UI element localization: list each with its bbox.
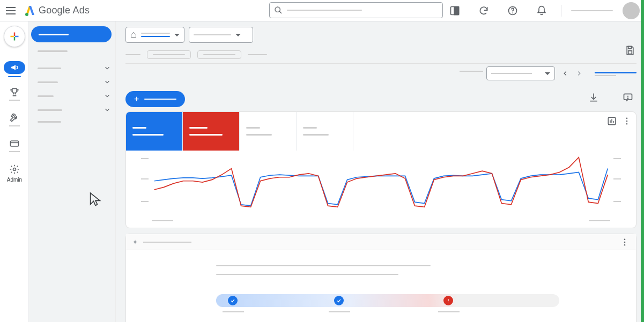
metric-tab-2[interactable] <box>240 112 297 151</box>
feedback-icon <box>623 92 633 103</box>
date-range-dropdown[interactable] <box>486 66 555 80</box>
account-scope-dropdown[interactable] <box>125 27 184 43</box>
avatar[interactable] <box>623 2 640 19</box>
svg-rect-10 <box>15 36 19 38</box>
date-next-button[interactable] <box>572 66 586 80</box>
search-icon <box>274 6 283 14</box>
campaign-panel-row-1[interactable] <box>38 63 111 73</box>
metric-tabs <box>126 112 636 151</box>
rail-billing[interactable] <box>0 138 29 152</box>
campaign-panel-row-3[interactable] <box>38 91 111 101</box>
timeline-label-1 <box>329 311 350 312</box>
scroll-indicator <box>641 0 644 322</box>
metrics-card <box>125 111 636 228</box>
refresh-icon <box>478 5 489 16</box>
account-switcher[interactable] <box>571 10 613 11</box>
breadcrumb-2[interactable] <box>197 50 241 59</box>
home-icon <box>130 31 137 39</box>
help-icon <box>507 5 518 16</box>
svg-point-25 <box>624 244 626 245</box>
sparkle-icon: ✦ <box>132 238 138 246</box>
appearance-button[interactable] <box>445 1 464 20</box>
svg-rect-14 <box>628 51 632 54</box>
main-menu-button[interactable] <box>0 0 21 21</box>
campaign-panel-section-0[interactable] <box>38 50 68 52</box>
svg-rect-11 <box>11 141 19 146</box>
filter-scope-dropdown[interactable] <box>189 27 253 43</box>
svg-point-1 <box>275 7 280 12</box>
svg-rect-9 <box>11 36 14 38</box>
campaign-panel <box>29 21 116 322</box>
svg-point-6 <box>512 12 513 13</box>
refresh-button[interactable] <box>474 1 493 20</box>
timeline-label-0 <box>223 311 244 312</box>
timeline-label-2 <box>438 311 460 312</box>
check-icon <box>230 298 235 303</box>
svg-point-22 <box>626 123 628 125</box>
product-logo[interactable]: Google Ads <box>24 4 90 17</box>
timeline-node-2[interactable] <box>443 296 453 305</box>
insight-timeline <box>216 294 559 307</box>
chevron-down-icon <box>103 106 111 114</box>
insight-body-text <box>216 265 431 275</box>
alert-icon <box>446 298 451 303</box>
metric-tab-1[interactable] <box>183 112 240 151</box>
svg-point-13 <box>13 168 16 171</box>
svg-point-20 <box>626 117 628 119</box>
date-prev-button[interactable] <box>558 66 572 80</box>
campaign-panel-row-2[interactable] <box>38 77 111 87</box>
chevron-down-icon <box>103 92 111 100</box>
appearance-icon <box>449 5 460 16</box>
svg-rect-8 <box>14 37 16 41</box>
chevron-down-icon <box>103 78 111 86</box>
compare-label <box>460 71 483 72</box>
chart-icon <box>607 116 617 126</box>
help-button[interactable] <box>503 1 522 20</box>
rail-goals[interactable] <box>0 87 29 101</box>
expand-chart-button[interactable] <box>607 116 617 126</box>
timeline-node-1[interactable] <box>334 296 344 305</box>
card-more-button[interactable] <box>622 116 632 126</box>
ads-logo-icon <box>24 4 36 17</box>
scope-selectors <box>125 27 253 43</box>
search-input[interactable] <box>269 2 443 18</box>
trophy-icon <box>9 87 20 98</box>
rail-admin-label: Admin <box>7 177 22 183</box>
svg-point-24 <box>624 241 626 243</box>
app-header: Google Ads <box>0 0 644 21</box>
main-content: + <box>116 21 644 322</box>
new-campaign-button[interactable]: + <box>125 91 185 107</box>
rail-admin[interactable]: Admin <box>0 164 29 183</box>
chevron-right-icon <box>575 70 583 77</box>
feedback-button[interactable] <box>621 91 634 104</box>
svg-point-18 <box>628 99 628 99</box>
breadcrumb-0[interactable] <box>125 54 140 55</box>
more-vert-icon <box>620 237 630 247</box>
metric-tab-0[interactable] <box>126 112 183 151</box>
chevron-down-icon <box>103 64 111 72</box>
campaign-panel-active[interactable] <box>31 26 112 42</box>
create-button[interactable] <box>4 26 25 47</box>
timeline-node-0[interactable] <box>228 296 238 305</box>
product-name-1: Google <box>39 5 70 16</box>
rail-tools[interactable] <box>0 113 29 126</box>
megaphone-icon <box>10 63 19 72</box>
chevron-left-icon <box>561 70 569 77</box>
rail-campaigns[interactable] <box>0 61 29 77</box>
breadcrumb-1[interactable] <box>147 50 191 59</box>
save-view-button[interactable] <box>624 44 636 57</box>
card-icon <box>9 138 20 149</box>
date-range-display[interactable] <box>595 72 636 73</box>
campaign-panel-row-4[interactable] <box>38 105 111 115</box>
insight-card: ✦ <box>125 234 636 322</box>
notifications-button[interactable] <box>532 1 551 20</box>
download-button[interactable] <box>587 91 600 104</box>
campaign-panel-section-5[interactable] <box>38 121 61 123</box>
svg-point-21 <box>626 121 628 122</box>
breadcrumb-3[interactable] <box>248 54 267 55</box>
wrench-icon <box>9 113 20 123</box>
metric-tab-3[interactable] <box>297 112 353 151</box>
insight-more-button[interactable] <box>620 237 630 247</box>
svg-rect-4 <box>454 7 458 15</box>
metrics-chart <box>141 155 621 217</box>
